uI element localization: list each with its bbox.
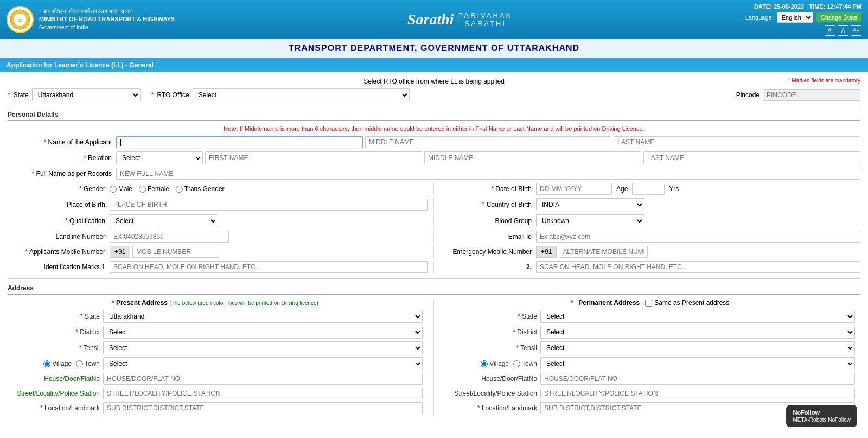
chat-bubble: NoFollow META-Robots NoFollow [786, 405, 857, 422]
age-input[interactable] [632, 183, 665, 195]
applicant-name-row: Name of the Applicant [8, 136, 860, 148]
perm-village-label[interactable]: Village [481, 360, 509, 367]
rto-office-group: * RTO Office Select [151, 88, 725, 101]
date-time: DATE: 25-08-2023 TIME: 12:47:44 PM [745, 3, 861, 10]
present-district-row: District Select [8, 326, 423, 339]
blood-col: Blood Group Unknown [434, 214, 860, 227]
full-name-input[interactable] [116, 168, 860, 180]
relation-select[interactable]: Select [116, 151, 203, 164]
time-label: TIME: [809, 3, 825, 10]
perm-vt-row: Village Town Select [445, 357, 855, 370]
perm-town-label[interactable]: Town [513, 360, 537, 367]
gender-male-option[interactable]: Male [110, 185, 132, 193]
rto-asterisk: * [151, 91, 154, 99]
present-location-input[interactable] [103, 402, 423, 414]
app-bar: Application for Learner's Licence (LL) -… [0, 58, 868, 72]
cob-col: * Country of Birth INDIA [434, 198, 860, 211]
qual-label: * Qualification [8, 217, 105, 225]
perm-street-input[interactable] [540, 388, 855, 399]
qualification-select[interactable]: Select [110, 214, 218, 227]
id-mark2-input[interactable] [536, 261, 860, 273]
perm-vt-select[interactable]: Select [540, 357, 855, 370]
present-street-input[interactable] [103, 388, 423, 399]
pob-label: Place of Birth [8, 201, 105, 208]
id-mark1-label: Identification Marks 1 [8, 263, 105, 271]
present-tehsil-label: Tehsil [8, 344, 100, 352]
perm-street-wrap [540, 388, 855, 399]
pob-input[interactable] [110, 199, 428, 211]
applicant-middle-name-input[interactable] [365, 136, 612, 148]
applicant-first-name-input[interactable] [116, 136, 363, 148]
id-mark1-input[interactable] [110, 261, 428, 273]
perm-house-label: House/Door/FlatNo [445, 375, 537, 383]
present-house-input[interactable] [103, 373, 423, 385]
relation-first-name-input[interactable] [205, 151, 422, 164]
perm-state-select[interactable]: Select [540, 310, 855, 323]
present-address-title: * Present Address (The below green color… [8, 299, 423, 307]
font-large-button[interactable]: A+ [851, 25, 861, 36]
present-location-row: Location/Landmark [8, 402, 423, 414]
present-district-wrap: Select [103, 326, 423, 339]
sarathi-brand: Sarathi [407, 11, 454, 28]
perm-tehsil-row: Tehsil Select [445, 341, 855, 354]
mobile-emergency-row: * Applicants Mobile Number +91 Emergency… [8, 246, 860, 258]
state-label: State [14, 91, 29, 99]
font-medium-button[interactable]: A [838, 25, 848, 36]
perm-house-row: House/Door/FlatNo [445, 373, 855, 385]
dob-input[interactable] [536, 183, 612, 195]
id-mark2-label: 2. [445, 263, 532, 271]
perm-tehsil-select[interactable]: Select [540, 341, 855, 354]
landline-input[interactable] [110, 231, 229, 243]
mobile-input-group: +91 [110, 246, 219, 258]
same-as-present-checkbox[interactable] [645, 300, 652, 307]
change-state-button[interactable]: Change State [816, 12, 861, 22]
applicant-last-name-input[interactable] [614, 136, 860, 148]
mobile-label: * Applicants Mobile Number [8, 248, 105, 256]
perm-town-radio[interactable] [513, 360, 520, 367]
present-village-label[interactable]: Village [43, 360, 72, 367]
pincode-input[interactable] [763, 89, 860, 101]
present-street-wrap [103, 388, 423, 399]
gender-male-radio[interactable] [110, 186, 117, 193]
present-tehsil-select[interactable]: Select [103, 341, 423, 354]
present-state-label: State [8, 313, 100, 320]
state-select[interactable]: Uttarakhand [32, 88, 141, 101]
blood-group-select[interactable]: Unknown [536, 214, 644, 227]
main-content: Select RTO office from where LL is being… [0, 72, 868, 422]
present-vt-wrap: Select [103, 357, 423, 370]
language-select[interactable]: English [777, 12, 813, 23]
present-town-label[interactable]: Town [76, 360, 100, 367]
date-value: 25-08-2023 [774, 3, 804, 10]
cob-select[interactable]: INDIA [536, 198, 644, 211]
gender-trans-option[interactable]: Trans Gender [176, 185, 225, 193]
gender-dob-row: * Gender Male Female Trans Gender * Date… [8, 183, 860, 195]
perm-district-row: District Select [445, 326, 855, 339]
rto-office-select[interactable]: Select [193, 88, 410, 101]
perm-district-select[interactable]: Select [540, 326, 855, 339]
relation-last-name-input[interactable] [643, 151, 860, 164]
present-house-wrap [103, 373, 423, 385]
state-group: * State Uttarakhand [8, 88, 141, 101]
font-small-button[interactable]: A' [825, 25, 835, 36]
present-district-label: District [8, 328, 100, 336]
present-vt-select[interactable]: Select [103, 357, 423, 370]
present-town-radio[interactable] [76, 360, 83, 367]
perm-house-input[interactable] [540, 373, 855, 385]
gender-trans-radio[interactable] [176, 186, 183, 193]
present-state-select[interactable]: Uttarakhand [103, 310, 423, 323]
mobile-input[interactable] [132, 246, 219, 258]
gender-female-radio[interactable] [139, 186, 146, 193]
email-label: Email Id [445, 233, 532, 240]
gender-female-option[interactable]: Female [139, 185, 169, 193]
emergency-input[interactable] [559, 246, 648, 258]
present-district-select[interactable]: Select [103, 326, 423, 339]
relation-middle-name-input[interactable] [424, 151, 641, 164]
alt-country-code-button[interactable]: +91 [536, 246, 557, 258]
landline-label: Landline Number [8, 233, 105, 240]
email-input[interactable] [536, 231, 860, 243]
language-row: Language: English Change State [745, 12, 861, 23]
country-code-button[interactable]: +91 [110, 246, 130, 258]
perm-village-radio[interactable] [481, 360, 488, 367]
same-as-present-label[interactable]: Same as Present address [645, 299, 729, 307]
present-village-radio[interactable] [43, 360, 50, 367]
